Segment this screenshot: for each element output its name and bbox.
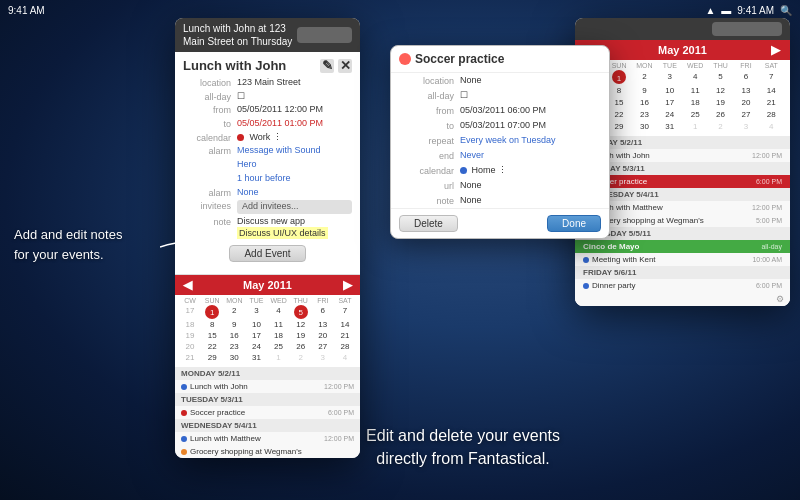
soccer-end-value: Never [460, 150, 601, 160]
left-event-item-grocery[interactable]: Grocery shopping at Wegman's [175, 445, 360, 458]
left-cal-row-4: 20 22 23 24 25 26 27 28 [179, 341, 356, 352]
soccer-calendar-label: calendar [399, 165, 454, 176]
left-cal-days-header: CW SUN MON TUE WED THU FRI SAT [179, 297, 356, 304]
status-bar-right-time: 9:41 AM [737, 5, 774, 16]
left-day-header-wed: WEDNESDAY 5/4/11 [175, 419, 360, 432]
left-cal-row-2: 18 8 9 10 11 12 13 14 [179, 319, 356, 330]
annotation-line1: Add and edit notes [14, 227, 122, 242]
right-cal-row-4: 20 22 23 24 25 26 27 28 [581, 108, 784, 120]
soccer-repeat-label: repeat [399, 135, 454, 146]
soccer-end-row: end Never [391, 148, 609, 163]
left-event-item-soccer[interactable]: Soccer practice 6:00 PM [175, 406, 360, 419]
alarm2-label: alarm [183, 187, 231, 198]
soccer-calendar-dot [460, 167, 467, 174]
event-detail-title-row: Lunch with John ✎ ✕ [183, 58, 352, 73]
soccer-repeat-row: repeat Every week on Tuesday [391, 133, 609, 148]
soccer-popup-title-input[interactable] [415, 52, 601, 66]
soccer-allday-checkbox[interactable]: ☐ [460, 90, 601, 100]
soccer-to-value: 05/03/2011 07:00 PM [460, 120, 601, 130]
right-event-name-kent: Meeting with Kent [592, 255, 656, 264]
right-panel-search-bar[interactable] [712, 22, 782, 36]
soccer-popup: location None all-day ☐ from 05/03/2011 … [390, 45, 610, 239]
alarm-value: Message with Sound [237, 145, 352, 157]
calendar-dot [237, 134, 244, 141]
left-cal-next[interactable]: ▶ [343, 278, 352, 292]
edit-icon[interactable]: ✎ [320, 59, 334, 73]
soccer-popup-close-btn[interactable] [399, 53, 411, 65]
left-panel-title: Lunch with John at 123 Main Street on Th… [183, 22, 297, 48]
allday-checkbox[interactable]: ☐ [237, 91, 352, 103]
soccer-end-label: end [399, 150, 454, 161]
alarm2-value: None [237, 187, 352, 199]
calendar-value: Work ⋮ [237, 132, 352, 144]
event-time-matthew: 12:00 PM [324, 435, 354, 442]
bottom-right-text: Edit and delete your events directly fro… [366, 425, 560, 470]
event-name: Lunch with John [190, 382, 248, 391]
right-event-name-dinner: Dinner party [592, 281, 636, 290]
soccer-calendar-value: Home ⋮ [460, 165, 601, 175]
soccer-url-value: None [460, 180, 601, 190]
left-event-item[interactable]: Lunch with John 12:00 PM [175, 380, 360, 393]
invitees-btn[interactable]: Add invitees... [237, 200, 352, 214]
right-event-kent[interactable]: Meeting with Kent 10:00 AM [575, 253, 790, 266]
alarm-label: alarm [183, 145, 231, 156]
status-bar-left: 9:41 AM [8, 2, 45, 18]
soccer-delete-button[interactable]: Delete [399, 215, 458, 232]
right-cal-next[interactable]: ▶ [771, 43, 780, 57]
soccer-location-label: location [399, 75, 454, 86]
to-label: to [183, 118, 231, 129]
event-name-soccer: Soccer practice [190, 408, 245, 417]
soccer-location-value: None [460, 75, 601, 85]
invitees-label: invitees [183, 200, 231, 211]
bottom-text-line2: directly from Fantastical. [376, 450, 549, 467]
left-cal-grid: CW SUN MON TUE WED THU FRI SAT 17 1 2 3 … [175, 295, 360, 367]
left-event-item-matthew[interactable]: Lunch with Matthew 12:00 PM [175, 432, 360, 445]
hero-value: Hero [237, 159, 352, 171]
note-value: Discuss new app Discuss UI/UX details [237, 216, 352, 239]
left-panel-search-bar[interactable] [297, 27, 352, 43]
status-bar-right: ▲ ▬ 9:41 AM 🔍 [705, 2, 792, 18]
from-value: 05/05/2011 12:00 PM [237, 104, 352, 116]
left-cal-title: May 2011 [243, 279, 292, 291]
location-value: 123 Main Street [237, 77, 352, 89]
right-event-dinner[interactable]: Dinner party 6:00 PM [575, 279, 790, 292]
wifi-icon: ▲ [705, 5, 715, 16]
panel-footer: ⚙ [575, 292, 790, 306]
event-time-soccer: 6:00 PM [328, 409, 354, 416]
hour-before-row: 1 hour before [183, 173, 352, 185]
right-cal-title: May 2011 [658, 44, 707, 56]
event-title-text: Lunch with John [183, 58, 286, 73]
right-cal-row-3: 19 15 16 17 18 19 20 21 [581, 96, 784, 108]
alarm-row: alarm Message with Sound [183, 145, 352, 157]
right-event-dot-kent [583, 257, 589, 263]
right-event-time-grocery: 5:00 PM [756, 217, 782, 224]
event-time: 12:00 PM [324, 383, 354, 390]
left-panel-header: Lunch with John at 123 Main Street on Th… [175, 18, 360, 52]
soccer-allday-row: all-day ☐ [391, 88, 609, 103]
from-label: from [183, 104, 231, 115]
right-event-dot-dinner [583, 283, 589, 289]
left-mini-calendar: ◀ May 2011 ▶ CW SUN MON TUE WED THU FRI … [175, 275, 360, 367]
right-event-cinco[interactable]: Cinco de Mayo all-day [575, 240, 790, 253]
right-event-time-kent: 10:00 AM [752, 256, 782, 263]
left-day-header-tue: TUESDAY 5/3/11 [175, 393, 360, 406]
left-cal-prev[interactable]: ◀ [183, 278, 192, 292]
left-cal-row-1: 17 1 2 3 4 5 6 7 [179, 305, 356, 319]
annotation-text: Add and edit notes for your events. [14, 225, 122, 264]
right-event-time-dinner: 6:00 PM [756, 282, 782, 289]
soccer-from-row: from 05/03/2011 06:00 PM [391, 103, 609, 118]
soccer-url-row: url None [391, 178, 609, 193]
event-name-matthew: Lunch with Matthew [190, 434, 261, 443]
soccer-popup-footer: Delete Done [391, 208, 609, 238]
soccer-note-value: None [460, 195, 601, 205]
soccer-done-button[interactable]: Done [547, 215, 601, 232]
right-day-header-fri: FRIDAY 5/6/11 [575, 266, 790, 279]
allday-row: all-day ☐ [183, 91, 352, 103]
soccer-from-label: from [399, 105, 454, 116]
add-event-button[interactable]: Add Event [229, 245, 305, 262]
search-icon[interactable]: 🔍 [780, 5, 792, 16]
right-cal-row-2: 18 8 9 10 11 12 13 14 [581, 84, 784, 96]
right-cal-days-header: CW SUN MON TUE WED THU FRI SAT [581, 62, 784, 69]
close-icon[interactable]: ✕ [338, 59, 352, 73]
to-value: 05/05/2011 01:00 PM [237, 118, 352, 130]
